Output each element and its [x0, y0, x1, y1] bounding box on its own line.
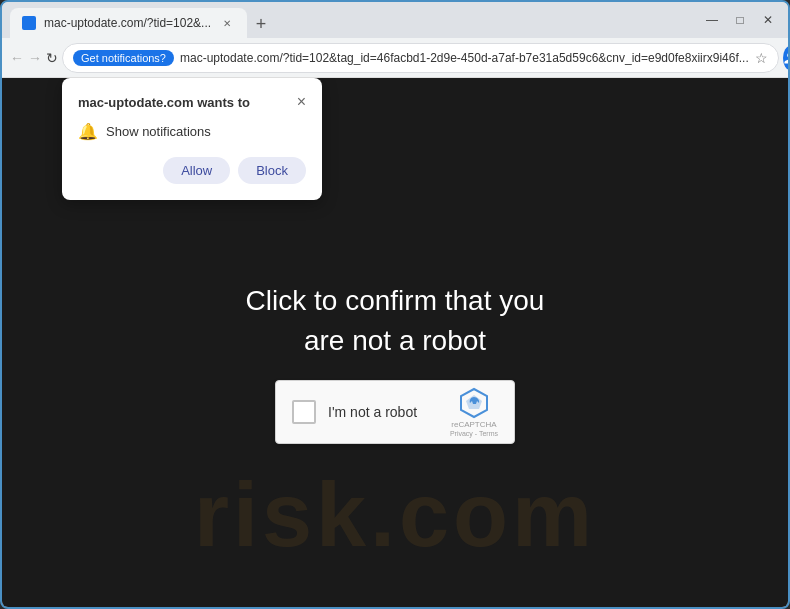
captcha-heading: Click to confirm that you are not a robo… — [246, 281, 545, 359]
captcha-label: I'm not a robot — [328, 404, 438, 420]
captcha-widget[interactable]: I'm not a robot reCAPTCHA Privacy - Term… — [275, 380, 515, 444]
close-button[interactable]: ✕ — [756, 8, 780, 32]
recaptcha-label: reCAPTCHA — [451, 420, 496, 429]
popup-header: mac-uptodate.com wants to × — [78, 94, 306, 110]
tab-close-button[interactable]: ✕ — [219, 15, 235, 31]
popup-title: mac-uptodate.com wants to — [78, 95, 250, 110]
url-text: mac-uptodate.com/?tid=102&tag_id=46facbd… — [180, 51, 749, 65]
notification-popup: mac-uptodate.com wants to × 🔔 Show notif… — [62, 78, 322, 200]
watermark-text: risk.com — [194, 464, 596, 567]
bookmark-icon[interactable]: ☆ — [755, 50, 768, 66]
popup-site-name: mac-uptodate.com — [78, 95, 194, 110]
window-controls: — □ ✕ — [700, 8, 780, 32]
block-button[interactable]: Block — [238, 157, 306, 184]
browser-window: mac-uptodate.com/?tid=102&... ✕ + — □ ✕ … — [0, 0, 790, 609]
tab-favicon — [22, 16, 36, 30]
maximize-button[interactable]: □ — [728, 8, 752, 32]
minimize-button[interactable]: — — [700, 8, 724, 32]
new-tab-button[interactable]: + — [247, 10, 275, 38]
allow-button[interactable]: Allow — [163, 157, 230, 184]
center-content: Click to confirm that you are not a robo… — [246, 281, 545, 443]
bell-icon: 🔔 — [78, 122, 98, 141]
back-button[interactable]: ← — [10, 44, 24, 72]
popup-close-button[interactable]: × — [297, 94, 306, 110]
refresh-button[interactable]: ↻ — [46, 44, 58, 72]
popup-buttons: Allow Block — [78, 157, 306, 184]
address-bar[interactable]: Get notifications? mac-uptodate.com/?tid… — [62, 43, 779, 73]
notification-badge[interactable]: Get notifications? — [73, 50, 174, 66]
forward-button[interactable]: → — [28, 44, 42, 72]
title-bar: mac-uptodate.com/?tid=102&... ✕ + — □ ✕ — [2, 2, 788, 38]
captcha-checkbox[interactable] — [292, 400, 316, 424]
page-content: risk.com Click to confirm that you are n… — [2, 78, 788, 607]
tab-title: mac-uptodate.com/?tid=102&... — [44, 16, 211, 30]
profile-button[interactable] — [783, 46, 790, 70]
popup-notification-row: 🔔 Show notifications — [78, 122, 306, 141]
notification-text: Show notifications — [106, 124, 211, 139]
active-tab[interactable]: mac-uptodate.com/?tid=102&... ✕ — [10, 8, 247, 38]
recaptcha-icon — [458, 387, 490, 419]
recaptcha-logo: reCAPTCHA Privacy - Terms — [450, 387, 498, 437]
recaptcha-links: Privacy - Terms — [450, 430, 498, 437]
nav-bar: ← → ↻ Get notifications? mac-uptodate.co… — [2, 38, 788, 78]
tab-bar: mac-uptodate.com/?tid=102&... ✕ + — [10, 2, 696, 38]
